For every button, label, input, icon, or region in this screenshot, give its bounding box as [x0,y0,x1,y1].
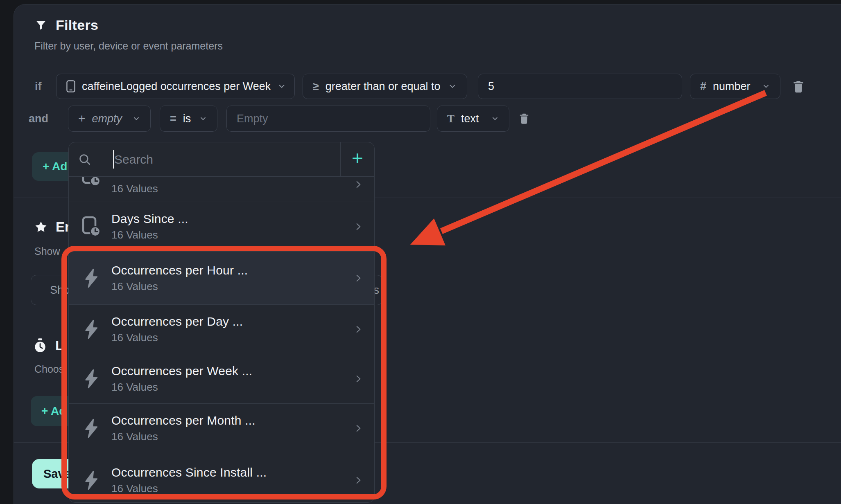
dropdown-item-partial[interactable]: 16 Values [69,177,374,202]
greater-equal-icon: ≥ [313,80,319,93]
dropdown-item-occurrences-since-install[interactable]: Occurrences Since Install ... 16 Values [69,453,374,503]
filter-funnel-icon [35,20,47,31]
trash-icon [518,112,530,125]
property-picker-dropdown: + 16 Values Days Since ... 16 Values Occ… [68,142,375,503]
text-caret [113,150,114,169]
item-subtitle: 16 Values [111,182,158,195]
chevron-right-icon [353,374,364,384]
events-section-header: En [34,219,73,235]
chevron-right-icon [353,273,364,284]
item-subtitle: 16 Values [111,430,255,443]
value-type-select[interactable]: # number [690,74,780,99]
dropdown-item-occurrences-per-month[interactable]: Occurrences per Month ... 16 Values [69,404,374,453]
search-input[interactable] [101,142,340,176]
item-title: Days Since ... [111,212,188,226]
item-title: Occurrences per Week ... [111,364,252,378]
search-icon [78,153,92,166]
stopwatch-icon [33,338,47,353]
item-title: Occurrences per Month ... [111,414,255,428]
add-property-button[interactable]: + [340,142,374,176]
trash-icon [791,79,805,94]
equals-icon: = [170,112,176,125]
dropdown-item-occurrences-per-day[interactable]: Occurrences per Day ... 16 Values [69,305,374,354]
chevron-right-icon [353,423,364,434]
dropdown-item-occurrences-per-hour[interactable]: Occurrences per Hour ... 16 Values [69,252,374,305]
operator-is-value: is [183,112,191,125]
limit-section-title: L [55,338,63,353]
dropdown-item-days-since[interactable]: Days Since ... 16 Values [69,202,374,252]
field-select-empty[interactable]: + empty [68,106,151,132]
filter-value-input-empty[interactable] [226,106,430,132]
item-subtitle: 16 Values [111,482,267,495]
chevron-right-icon [353,475,364,486]
operator-select-is[interactable]: = is [160,106,217,132]
chevron-down-icon [199,115,207,123]
operator-select-value: greater than or equal to [326,80,441,93]
search-icon-cell [69,142,101,176]
field-select-value: caffeineLogged occurrences per Week [82,80,271,93]
bolt-icon [81,368,102,389]
value-type-value: number [713,80,751,93]
dropdown-search-row: + [69,142,374,177]
item-subtitle: 16 Values [111,381,252,394]
mobile-device-icon [66,80,75,92]
device-clock-icon [81,216,102,238]
chevron-right-icon [353,179,364,190]
number-hash-icon: # [700,80,706,93]
chevron-down-icon [491,115,499,123]
operator-select[interactable]: ≥ greater than or equal to [303,74,467,99]
filter-value-input[interactable] [478,74,682,99]
item-title: Occurrences per Day ... [111,315,243,328]
page-title: Filters [56,17,98,33]
plus-icon: + [78,112,86,126]
bolt-icon [81,268,102,289]
dropdown-item-occurrences-per-week[interactable]: Occurrences per Week ... 16 Values [69,354,374,404]
condition-prefix-if: if [35,74,42,99]
item-subtitle: 16 Values [111,229,188,241]
field-select[interactable]: caffeineLogged occurrences per Week [56,74,295,99]
text-type-icon: T [447,112,454,125]
bolt-icon [81,418,102,439]
condition-prefix-and: and [29,106,48,132]
bolt-icon [81,319,102,340]
delete-filter-button[interactable] [791,79,805,94]
item-title: Occurrences Since Install ... [111,466,267,479]
star-icon [34,220,47,234]
item-subtitle: 16 Values [111,280,248,293]
value-type-select-text[interactable]: T text [437,106,509,132]
chevron-down-icon [762,82,770,90]
device-clock-icon [81,177,102,187]
value-type-text-value: text [461,112,479,125]
filters-subtitle: Filter by user, device or event paramete… [34,40,223,52]
filters-header: Filters [35,17,98,33]
chevron-down-icon [132,115,140,123]
item-title: Occurrences per Hour ... [111,263,248,277]
chevron-right-icon [353,221,364,232]
field-select-empty-value: empty [92,112,122,125]
limit-section-header: L [33,338,63,353]
delete-filter-button[interactable] [518,112,530,125]
chevron-right-icon [353,324,364,335]
item-subtitle: 16 Values [111,331,243,344]
chevron-down-icon [448,82,457,91]
chevron-down-icon [277,82,286,91]
events-section-subtitle: Show [34,245,60,257]
limit-section-subtitle: Choos [34,363,64,375]
bolt-icon [81,470,102,491]
